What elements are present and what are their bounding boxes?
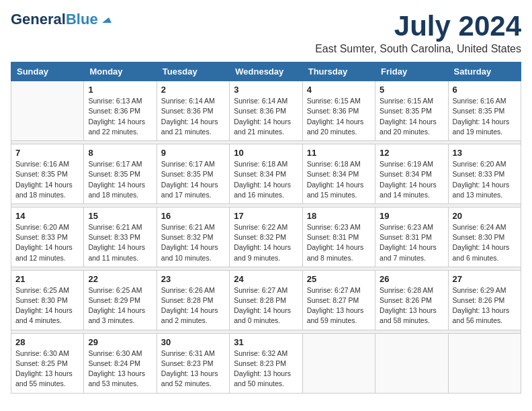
calendar-cell: 11Sunrise: 6:18 AM Sunset: 8:34 PM Dayli… xyxy=(302,144,375,204)
day-info: Sunrise: 6:16 AM Sunset: 8:35 PM Dayligh… xyxy=(453,96,517,137)
day-number: 16 xyxy=(161,211,225,221)
calendar-cell: 9Sunrise: 6:17 AM Sunset: 8:35 PM Daylig… xyxy=(157,144,229,204)
day-of-week-header: Sunday xyxy=(11,62,84,81)
day-number: 29 xyxy=(88,337,152,347)
calendar-cell xyxy=(11,81,84,141)
day-number: 24 xyxy=(234,274,298,284)
day-number: 4 xyxy=(307,85,371,95)
calendar-week-row: 7Sunrise: 6:16 AM Sunset: 8:35 PM Daylig… xyxy=(11,144,521,204)
day-info: Sunrise: 6:20 AM Sunset: 8:33 PM Dayligh… xyxy=(15,222,79,263)
day-info: Sunrise: 6:17 AM Sunset: 8:35 PM Dayligh… xyxy=(161,159,225,200)
day-of-week-header: Wednesday xyxy=(230,62,302,81)
calendar-cell: 22Sunrise: 6:25 AM Sunset: 8:29 PM Dayli… xyxy=(84,270,157,330)
calendar-cell: 27Sunrise: 6:29 AM Sunset: 8:26 PM Dayli… xyxy=(448,270,521,330)
day-info: Sunrise: 6:15 AM Sunset: 8:36 PM Dayligh… xyxy=(307,96,371,137)
day-info: Sunrise: 6:30 AM Sunset: 8:25 PM Dayligh… xyxy=(15,349,79,390)
day-info: Sunrise: 6:21 AM Sunset: 8:32 PM Dayligh… xyxy=(161,222,225,263)
day-info: Sunrise: 6:13 AM Sunset: 8:36 PM Dayligh… xyxy=(88,96,152,137)
day-number: 26 xyxy=(380,274,443,284)
day-info: Sunrise: 6:15 AM Sunset: 8:35 PM Dayligh… xyxy=(380,96,443,137)
day-number: 15 xyxy=(88,211,152,221)
logo: General Blue xyxy=(11,11,112,28)
calendar-cell: 17Sunrise: 6:22 AM Sunset: 8:32 PM Dayli… xyxy=(230,207,302,267)
day-number: 7 xyxy=(15,148,79,158)
calendar-cell: 24Sunrise: 6:27 AM Sunset: 8:28 PM Dayli… xyxy=(230,270,302,330)
day-number: 25 xyxy=(307,274,371,284)
day-number: 13 xyxy=(453,148,517,158)
day-info: Sunrise: 6:20 AM Sunset: 8:33 PM Dayligh… xyxy=(453,159,517,200)
calendar-cell xyxy=(302,333,375,393)
calendar-cell xyxy=(448,333,521,393)
day-of-week-header: Saturday xyxy=(448,62,521,81)
day-of-week-header: Friday xyxy=(375,62,448,81)
day-number: 12 xyxy=(380,148,443,158)
calendar-table: SundayMondayTuesdayWednesdayThursdayFrid… xyxy=(11,62,521,393)
day-number: 9 xyxy=(161,148,225,158)
day-info: Sunrise: 6:26 AM Sunset: 8:28 PM Dayligh… xyxy=(161,285,225,326)
calendar-cell: 7Sunrise: 6:16 AM Sunset: 8:35 PM Daylig… xyxy=(11,144,84,204)
day-info: Sunrise: 6:22 AM Sunset: 8:32 PM Dayligh… xyxy=(234,222,298,263)
day-info: Sunrise: 6:25 AM Sunset: 8:29 PM Dayligh… xyxy=(88,285,152,326)
calendar-week-row: 21Sunrise: 6:25 AM Sunset: 8:30 PM Dayli… xyxy=(11,270,521,330)
calendar-week-row: 14Sunrise: 6:20 AM Sunset: 8:33 PM Dayli… xyxy=(11,207,521,267)
day-info: Sunrise: 6:19 AM Sunset: 8:34 PM Dayligh… xyxy=(380,159,443,200)
calendar-cell: 28Sunrise: 6:30 AM Sunset: 8:25 PM Dayli… xyxy=(11,333,84,393)
day-of-week-header: Tuesday xyxy=(157,62,229,81)
day-info: Sunrise: 6:24 AM Sunset: 8:30 PM Dayligh… xyxy=(453,222,517,263)
calendar-cell xyxy=(375,333,448,393)
calendar-cell: 20Sunrise: 6:24 AM Sunset: 8:30 PM Dayli… xyxy=(448,207,521,267)
calendar-week-row: 1Sunrise: 6:13 AM Sunset: 8:36 PM Daylig… xyxy=(11,81,521,141)
day-number: 21 xyxy=(15,274,79,284)
logo-blue: Blue xyxy=(66,11,98,28)
day-number: 23 xyxy=(161,274,225,284)
day-number: 27 xyxy=(453,274,517,284)
calendar-cell: 8Sunrise: 6:17 AM Sunset: 8:35 PM Daylig… xyxy=(84,144,157,204)
day-info: Sunrise: 6:30 AM Sunset: 8:24 PM Dayligh… xyxy=(88,349,152,390)
day-number: 18 xyxy=(307,211,371,221)
calendar-cell: 15Sunrise: 6:21 AM Sunset: 8:33 PM Dayli… xyxy=(84,207,157,267)
calendar-cell: 21Sunrise: 6:25 AM Sunset: 8:30 PM Dayli… xyxy=(11,270,84,330)
logo-icon xyxy=(99,11,112,28)
day-number: 30 xyxy=(161,337,225,347)
day-info: Sunrise: 6:14 AM Sunset: 8:36 PM Dayligh… xyxy=(161,96,225,137)
day-info: Sunrise: 6:25 AM Sunset: 8:30 PM Dayligh… xyxy=(15,285,79,326)
day-number: 6 xyxy=(453,85,517,95)
svg-marker-0 xyxy=(102,17,112,23)
day-info: Sunrise: 6:23 AM Sunset: 8:31 PM Dayligh… xyxy=(307,222,371,263)
day-info: Sunrise: 6:27 AM Sunset: 8:27 PM Dayligh… xyxy=(307,285,371,326)
day-info: Sunrise: 6:17 AM Sunset: 8:35 PM Dayligh… xyxy=(88,159,152,200)
day-info: Sunrise: 6:16 AM Sunset: 8:35 PM Dayligh… xyxy=(15,159,79,200)
day-of-week-header: Monday xyxy=(84,62,157,81)
title-area: July 2024 East Sumter, South Carolina, U… xyxy=(315,11,521,55)
day-number: 5 xyxy=(380,85,443,95)
calendar-cell: 1Sunrise: 6:13 AM Sunset: 8:36 PM Daylig… xyxy=(84,81,157,141)
month-title: July 2024 xyxy=(315,11,521,42)
calendar-cell: 26Sunrise: 6:28 AM Sunset: 8:26 PM Dayli… xyxy=(375,270,448,330)
calendar-cell: 18Sunrise: 6:23 AM Sunset: 8:31 PM Dayli… xyxy=(302,207,375,267)
calendar-cell: 25Sunrise: 6:27 AM Sunset: 8:27 PM Dayli… xyxy=(302,270,375,330)
day-of-week-header: Thursday xyxy=(302,62,375,81)
day-info: Sunrise: 6:18 AM Sunset: 8:34 PM Dayligh… xyxy=(234,159,298,200)
day-info: Sunrise: 6:27 AM Sunset: 8:28 PM Dayligh… xyxy=(234,285,298,326)
calendar-cell: 4Sunrise: 6:15 AM Sunset: 8:36 PM Daylig… xyxy=(302,81,375,141)
day-number: 31 xyxy=(234,337,298,347)
calendar-week-row: 28Sunrise: 6:30 AM Sunset: 8:25 PM Dayli… xyxy=(11,333,521,393)
day-number: 10 xyxy=(234,148,298,158)
calendar-cell: 14Sunrise: 6:20 AM Sunset: 8:33 PM Dayli… xyxy=(11,207,84,267)
location: East Sumter, South Carolina, United Stat… xyxy=(315,43,521,55)
day-number: 20 xyxy=(453,211,517,221)
calendar-cell: 2Sunrise: 6:14 AM Sunset: 8:36 PM Daylig… xyxy=(157,81,229,141)
day-number: 2 xyxy=(161,85,225,95)
day-number: 14 xyxy=(15,211,79,221)
day-number: 28 xyxy=(15,337,79,347)
page-header: General Blue July 2024 East Sumter, Sout… xyxy=(11,11,521,55)
calendar-cell: 31Sunrise: 6:32 AM Sunset: 8:23 PM Dayli… xyxy=(230,333,302,393)
calendar-header-row: SundayMondayTuesdayWednesdayThursdayFrid… xyxy=(11,62,521,81)
calendar-cell: 5Sunrise: 6:15 AM Sunset: 8:35 PM Daylig… xyxy=(375,81,448,141)
day-number: 11 xyxy=(307,148,371,158)
day-number: 8 xyxy=(88,148,152,158)
calendar-cell: 19Sunrise: 6:23 AM Sunset: 8:31 PM Dayli… xyxy=(375,207,448,267)
calendar-cell: 13Sunrise: 6:20 AM Sunset: 8:33 PM Dayli… xyxy=(448,144,521,204)
day-number: 22 xyxy=(88,274,152,284)
day-info: Sunrise: 6:31 AM Sunset: 8:23 PM Dayligh… xyxy=(161,349,225,390)
